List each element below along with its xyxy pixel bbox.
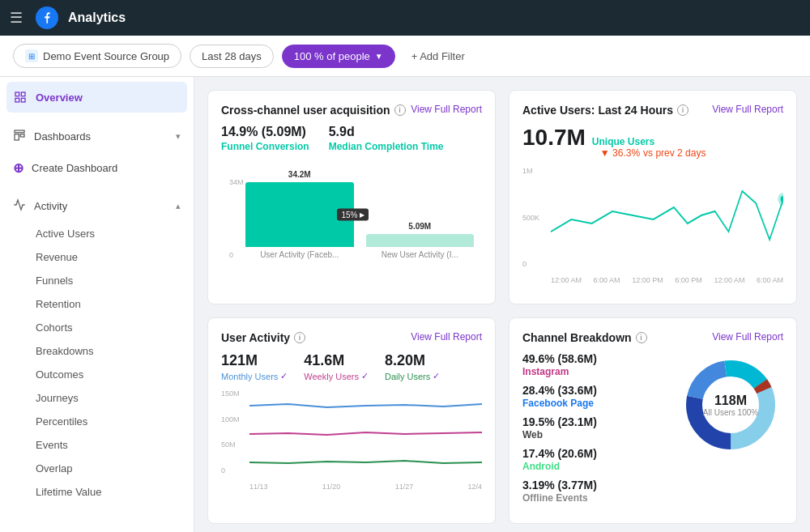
median-metric: 5.9d Median Completion Time — [329, 125, 444, 152]
change-badge: ▼ 36.3% vs prev 2 days — [600, 147, 706, 159]
ua-xaxis: 11/13 11/20 11/27 12/4 — [221, 483, 482, 491]
user-activity-info-icon[interactable]: i — [294, 332, 305, 343]
sidebar-item-breakdowns[interactable]: Breakdowns — [0, 339, 194, 363]
fb-logo — [36, 6, 58, 29]
offline-value: 3.19% (3.77M) — [522, 479, 665, 492]
activity-icon — [13, 198, 26, 214]
sidebar-item-outcomes[interactable]: Outcomes — [0, 363, 194, 386]
people-label: 100 % of people — [294, 50, 370, 62]
main-layout: Overview Dashboards ▾ ⊕ Create Dashboard — [0, 77, 810, 532]
add-filter-button[interactable]: + Add Filter — [403, 45, 473, 67]
people-filter-button[interactable]: 100 % of people ▼ — [282, 45, 395, 68]
active-users-details: Unique Users ▼ 36.3% vs prev 2 days — [592, 135, 706, 159]
cross-channel-info-icon[interactable]: i — [394, 104, 406, 116]
date-range-button[interactable]: Last 28 days — [190, 45, 274, 68]
bar1-top-value: 34.2M — [245, 170, 354, 179]
channel-android: 17.4% (20.6M) Android — [522, 447, 665, 472]
svg-rect-1 — [21, 92, 25, 96]
sidebar-item-cohorts[interactable]: Cohorts — [0, 316, 194, 339]
weekly-metric: 41.6M Weekly Users ✓ — [304, 352, 369, 381]
svg-rect-0 — [15, 92, 19, 96]
channel-facebook: 28.4% (33.6M) Facebook Page — [522, 384, 665, 409]
web-value: 19.5% (23.1M) — [522, 415, 665, 428]
donut-center: 118M All Users 100% — [703, 394, 758, 417]
plus-icon: ⊕ — [13, 160, 23, 176]
weekly-label: Weekly Users ✓ — [304, 371, 369, 381]
active-users-card: Active Users: Last 24 Hours i View Full … — [509, 90, 797, 304]
cross-channel-title: Cross-channel user acquisition i — [221, 104, 406, 117]
add-filter-label: + Add Filter — [411, 50, 465, 62]
create-dashboard-button[interactable]: ⊕ Create Dashboard — [0, 152, 194, 184]
sidebar-item-active-users[interactable]: Active Users — [0, 222, 194, 245]
svg-rect-5 — [15, 134, 19, 140]
donut-value: 118M — [703, 394, 758, 408]
sidebar: Overview Dashboards ▾ ⊕ Create Dashboard — [0, 77, 194, 532]
active-users-xaxis: 12:00 AM 6:00 AM 12:00 PM 6:00 PM 12:00 … — [522, 276, 783, 284]
dashboards-chevron-icon: ▾ — [176, 131, 181, 142]
monthly-label: Monthly Users ✓ — [221, 371, 288, 381]
user-activity-view-report[interactable]: View Full Report — [411, 331, 482, 343]
sidebar-item-journeys[interactable]: Journeys — [0, 386, 194, 410]
user-activity-title: User Activity i — [221, 331, 305, 344]
weekly-check-icon: ✓ — [361, 371, 369, 381]
sidebar-item-revenue[interactable]: Revenue — [0, 245, 194, 269]
activity-header[interactable]: Activity ▴ — [0, 190, 194, 222]
activity-label: Activity — [34, 200, 67, 212]
android-label: Android — [522, 461, 665, 472]
channel-web: 19.5% (23.1M) Web — [522, 415, 665, 440]
active-users-title: Active Users: Last 24 Hours i — [522, 104, 688, 117]
sidebar-item-events[interactable]: Events — [0, 433, 194, 457]
caret-icon: ▼ — [375, 52, 383, 61]
daily-check-icon: ✓ — [433, 371, 440, 381]
channel-breakdown-view-report[interactable]: View Full Report — [712, 331, 783, 343]
app-title: Analytics — [68, 11, 126, 25]
sidebar-item-percentiles[interactable]: Percentiles — [0, 410, 194, 433]
facebook-label: Facebook Page — [522, 398, 665, 409]
source-group-button[interactable]: ⊞ Demo Event Source Group — [13, 44, 181, 68]
unique-users-label: Unique Users — [592, 136, 654, 147]
channel-breakdown-card: Channel Breakdown i View Full Report 49.… — [509, 317, 797, 524]
activity-left: Activity — [13, 198, 67, 214]
badge-15: 15% ▶ — [337, 209, 368, 221]
sidebar-overview-section: Overview — [0, 77, 194, 117]
sidebar-item-funnels[interactable]: Funnels — [0, 269, 194, 292]
dashboards-header[interactable]: Dashboards ▾ — [0, 121, 194, 152]
bar1: 15% ▶ — [245, 182, 354, 247]
sidebar-item-lifetime-value[interactable]: Lifetime Value — [0, 480, 194, 504]
active-users-view-report[interactable]: View Full Report — [712, 104, 783, 115]
channel-breakdown-title: Channel Breakdown i — [522, 331, 647, 344]
activity-chevron-icon: ▴ — [176, 201, 181, 211]
bar-chart-container: 34M 0 34.2M 15% ▶ — [221, 162, 482, 283]
svg-rect-6 — [20, 134, 24, 137]
bar2-top-value: 5.09M — [366, 222, 475, 231]
sidebar-item-retention[interactable]: Retention — [0, 292, 194, 316]
channel-breakdown-info-icon[interactable]: i — [636, 332, 647, 343]
source-icon: ⊞ — [25, 49, 38, 62]
change-suffix: vs prev 2 days — [643, 147, 706, 159]
bar2-wrap: 5.09M New User Activity (I... — [366, 222, 475, 259]
active-users-metric-row: 10.7M Unique Users ▼ 36.3% vs prev 2 day… — [522, 125, 783, 159]
instagram-label: Instagram — [522, 366, 665, 377]
sidebar-item-overview[interactable]: Overview — [6, 82, 187, 113]
active-users-info-icon[interactable]: i — [677, 104, 688, 116]
active-users-yaxis: 1M 500K 0 — [522, 167, 551, 268]
channel-layout: 49.6% (58.6M) Instagram 28.4% (33.6M) Fa… — [522, 352, 783, 504]
source-label: Demo Event Source Group — [43, 50, 169, 62]
ua-chart-container: 150M 100M 50M 0 11/13 11/20 11/27 — [221, 389, 482, 491]
funnel-metric: 14.9% (5.09M) Funnel Conversion — [221, 125, 309, 152]
monthly-check-icon: ✓ — [280, 371, 288, 381]
daily-metric: 8.20M Daily Users ✓ — [385, 352, 440, 381]
cross-channel-card: Cross-channel user acquisition i View Fu… — [207, 90, 496, 304]
overview-icon — [13, 90, 28, 104]
web-label: Web — [522, 429, 665, 440]
active-users-value: 10.7M — [522, 125, 586, 151]
cross-channel-view-report[interactable]: View Full Report — [411, 104, 482, 115]
svg-rect-2 — [15, 98, 19, 102]
create-dashboard-label: Create Dashboard — [32, 162, 117, 174]
bar2-relative: 5.09M — [366, 222, 475, 247]
hamburger-icon[interactable]: ☰ — [10, 9, 23, 27]
active-users-chart — [551, 167, 783, 272]
ua-metrics-row: 121M Monthly Users ✓ 41.6M Weekly Users … — [221, 352, 482, 381]
sidebar-item-overlap[interactable]: Overlap — [0, 457, 194, 480]
bar1-label: User Activity (Faceb... — [260, 250, 339, 259]
